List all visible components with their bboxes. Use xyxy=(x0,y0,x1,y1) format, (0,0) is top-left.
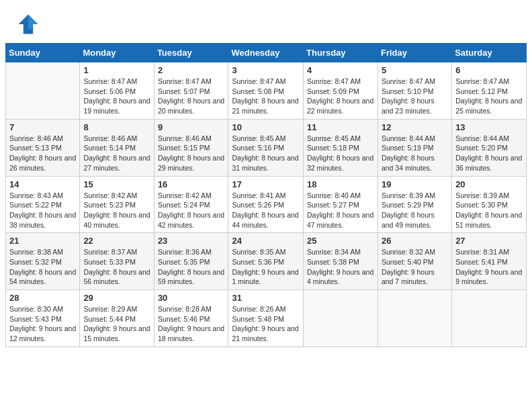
day-info: Sunrise: 8:28 AMSunset: 5:46 PMDaylight:… xyxy=(158,304,225,344)
day-number: 3 xyxy=(232,65,300,75)
day-cell: 30Sunrise: 8:28 AMSunset: 5:46 PMDayligh… xyxy=(154,290,228,347)
day-info: Sunrise: 8:46 AMSunset: 5:15 PMDaylight:… xyxy=(158,134,225,173)
weekday-header-saturday: Saturday xyxy=(452,44,527,62)
day-number: 30 xyxy=(158,293,225,303)
day-number: 18 xyxy=(307,179,374,189)
day-number: 23 xyxy=(158,236,225,246)
day-info: Sunrise: 8:26 AMSunset: 5:48 PMDaylight:… xyxy=(232,304,300,344)
day-number: 19 xyxy=(382,179,448,189)
day-cell xyxy=(378,290,451,347)
day-cell: 8Sunrise: 8:46 AMSunset: 5:14 PMDaylight… xyxy=(80,119,154,176)
day-cell: 11Sunrise: 8:45 AMSunset: 5:18 PMDayligh… xyxy=(304,119,378,176)
day-number: 2 xyxy=(158,65,225,75)
day-cell: 25Sunrise: 8:34 AMSunset: 5:38 PMDayligh… xyxy=(304,233,378,290)
day-info: Sunrise: 8:44 AMSunset: 5:19 PMDaylight:… xyxy=(382,134,448,173)
day-info: Sunrise: 8:39 AMSunset: 5:29 PMDaylight:… xyxy=(382,191,448,230)
day-info: Sunrise: 8:42 AMSunset: 5:24 PMDaylight:… xyxy=(158,191,225,230)
day-number: 14 xyxy=(9,179,76,189)
day-info: Sunrise: 8:31 AMSunset: 5:41 PMDaylight:… xyxy=(455,247,523,287)
day-info: Sunrise: 8:46 AMSunset: 5:14 PMDaylight:… xyxy=(83,134,150,173)
logo-icon xyxy=(16,12,40,36)
day-number: 10 xyxy=(232,122,300,132)
day-cell xyxy=(452,290,527,347)
day-cell: 4Sunrise: 8:47 AMSunset: 5:09 PMDaylight… xyxy=(304,62,378,120)
day-number: 5 xyxy=(382,65,448,75)
day-number: 27 xyxy=(455,236,523,246)
day-info: Sunrise: 8:41 AMSunset: 5:26 PMDaylight:… xyxy=(232,191,300,230)
day-cell: 10Sunrise: 8:45 AMSunset: 5:16 PMDayligh… xyxy=(228,119,304,176)
day-number: 7 xyxy=(9,122,76,132)
day-number: 9 xyxy=(158,122,225,132)
weekday-header-thursday: Thursday xyxy=(304,44,378,62)
day-info: Sunrise: 8:47 AMSunset: 5:12 PMDaylight:… xyxy=(455,77,523,116)
day-number: 24 xyxy=(232,236,300,246)
week-row-2: 7Sunrise: 8:46 AMSunset: 5:13 PMDaylight… xyxy=(6,119,527,176)
day-cell: 2Sunrise: 8:47 AMSunset: 5:07 PMDaylight… xyxy=(154,62,228,120)
day-info: Sunrise: 8:44 AMSunset: 5:20 PMDaylight:… xyxy=(455,134,523,173)
day-cell: 16Sunrise: 8:42 AMSunset: 5:24 PMDayligh… xyxy=(154,176,228,233)
day-info: Sunrise: 8:34 AMSunset: 5:38 PMDaylight:… xyxy=(307,247,374,287)
day-cell: 19Sunrise: 8:39 AMSunset: 5:29 PMDayligh… xyxy=(378,176,451,233)
day-info: Sunrise: 8:32 AMSunset: 5:40 PMDaylight:… xyxy=(382,247,448,287)
svg-marker-1 xyxy=(28,15,38,30)
day-cell: 18Sunrise: 8:40 AMSunset: 5:27 PMDayligh… xyxy=(304,176,378,233)
day-info: Sunrise: 8:35 AMSunset: 5:36 PMDaylight:… xyxy=(232,247,300,287)
day-cell: 24Sunrise: 8:35 AMSunset: 5:36 PMDayligh… xyxy=(228,233,304,290)
day-cell: 5Sunrise: 8:47 AMSunset: 5:10 PMDaylight… xyxy=(378,62,451,120)
page-header xyxy=(0,0,532,43)
day-number: 26 xyxy=(382,236,448,246)
day-cell: 31Sunrise: 8:26 AMSunset: 5:48 PMDayligh… xyxy=(228,290,304,347)
day-cell: 21Sunrise: 8:38 AMSunset: 5:32 PMDayligh… xyxy=(6,233,80,290)
day-number: 16 xyxy=(158,179,225,189)
day-number: 28 xyxy=(9,293,76,303)
day-info: Sunrise: 8:45 AMSunset: 5:16 PMDaylight:… xyxy=(232,134,300,173)
day-number: 13 xyxy=(455,122,523,132)
day-cell: 6Sunrise: 8:47 AMSunset: 5:12 PMDaylight… xyxy=(452,62,527,120)
day-number: 25 xyxy=(307,236,374,246)
day-cell: 14Sunrise: 8:43 AMSunset: 5:22 PMDayligh… xyxy=(6,176,80,233)
weekday-row: SundayMondayTuesdayWednesdayThursdayFrid… xyxy=(6,44,527,62)
weekday-header-monday: Monday xyxy=(80,44,154,62)
day-info: Sunrise: 8:29 AMSunset: 5:44 PMDaylight:… xyxy=(83,304,150,344)
day-info: Sunrise: 8:40 AMSunset: 5:27 PMDaylight:… xyxy=(307,191,374,230)
day-info: Sunrise: 8:46 AMSunset: 5:13 PMDaylight:… xyxy=(9,134,76,173)
day-info: Sunrise: 8:30 AMSunset: 5:43 PMDaylight:… xyxy=(9,304,76,344)
day-info: Sunrise: 8:45 AMSunset: 5:18 PMDaylight:… xyxy=(307,134,374,173)
day-info: Sunrise: 8:47 AMSunset: 5:07 PMDaylight:… xyxy=(158,77,225,116)
day-number: 22 xyxy=(83,236,150,246)
day-number: 1 xyxy=(83,65,150,75)
day-number: 17 xyxy=(232,179,300,189)
weekday-header-friday: Friday xyxy=(378,44,451,62)
day-number: 4 xyxy=(307,65,374,75)
day-info: Sunrise: 8:47 AMSunset: 5:09 PMDaylight:… xyxy=(307,77,374,116)
week-row-3: 14Sunrise: 8:43 AMSunset: 5:22 PMDayligh… xyxy=(6,176,527,233)
day-number: 29 xyxy=(83,293,150,303)
calendar-table: SundayMondayTuesdayWednesdayThursdayFrid… xyxy=(5,43,527,347)
day-info: Sunrise: 8:47 AMSunset: 5:06 PMDaylight:… xyxy=(83,77,150,116)
day-cell: 28Sunrise: 8:30 AMSunset: 5:43 PMDayligh… xyxy=(6,290,80,347)
day-cell: 7Sunrise: 8:46 AMSunset: 5:13 PMDaylight… xyxy=(6,119,80,176)
day-cell: 22Sunrise: 8:37 AMSunset: 5:33 PMDayligh… xyxy=(80,233,154,290)
day-cell: 27Sunrise: 8:31 AMSunset: 5:41 PMDayligh… xyxy=(452,233,527,290)
day-cell: 12Sunrise: 8:44 AMSunset: 5:19 PMDayligh… xyxy=(378,119,451,176)
day-info: Sunrise: 8:38 AMSunset: 5:32 PMDaylight:… xyxy=(9,247,76,287)
day-info: Sunrise: 8:37 AMSunset: 5:33 PMDaylight:… xyxy=(83,247,150,287)
day-info: Sunrise: 8:36 AMSunset: 5:35 PMDaylight:… xyxy=(158,247,225,287)
week-row-4: 21Sunrise: 8:38 AMSunset: 5:32 PMDayligh… xyxy=(6,233,527,290)
day-info: Sunrise: 8:42 AMSunset: 5:23 PMDaylight:… xyxy=(83,191,150,230)
day-info: Sunrise: 8:43 AMSunset: 5:22 PMDaylight:… xyxy=(9,191,76,230)
day-cell: 26Sunrise: 8:32 AMSunset: 5:40 PMDayligh… xyxy=(378,233,451,290)
day-cell: 15Sunrise: 8:42 AMSunset: 5:23 PMDayligh… xyxy=(80,176,154,233)
day-number: 15 xyxy=(83,179,150,189)
day-cell: 23Sunrise: 8:36 AMSunset: 5:35 PMDayligh… xyxy=(154,233,228,290)
day-info: Sunrise: 8:47 AMSunset: 5:10 PMDaylight:… xyxy=(382,77,448,116)
week-row-1: 1Sunrise: 8:47 AMSunset: 5:06 PMDaylight… xyxy=(6,62,527,120)
day-number: 6 xyxy=(455,65,523,75)
day-info: Sunrise: 8:39 AMSunset: 5:30 PMDaylight:… xyxy=(455,191,523,230)
day-number: 8 xyxy=(83,122,150,132)
day-cell: 3Sunrise: 8:47 AMSunset: 5:08 PMDaylight… xyxy=(228,62,304,120)
weekday-header-tuesday: Tuesday xyxy=(154,44,228,62)
day-cell: 20Sunrise: 8:39 AMSunset: 5:30 PMDayligh… xyxy=(452,176,527,233)
weekday-header-sunday: Sunday xyxy=(6,44,80,62)
day-cell: 9Sunrise: 8:46 AMSunset: 5:15 PMDaylight… xyxy=(154,119,228,176)
